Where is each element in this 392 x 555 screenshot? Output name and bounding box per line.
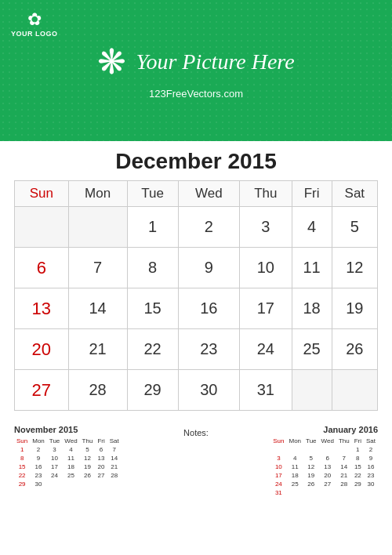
calendar-day: 30 bbox=[178, 370, 239, 411]
mini-day: 2 bbox=[364, 445, 378, 454]
mini-col-header: Sat bbox=[364, 437, 378, 445]
calendar-section: December 2015 Sun Mon Tue Wed Thu Fri Sa… bbox=[0, 141, 392, 417]
calendar-day: 3 bbox=[240, 207, 292, 248]
header-tagline: Your Picture Here bbox=[136, 49, 294, 74]
mini-day: 7 bbox=[336, 454, 352, 462]
logo-area: ✿ YOUR LOGO bbox=[11, 9, 58, 38]
calendar-day: 19 bbox=[332, 288, 377, 329]
mini-day bbox=[319, 488, 336, 497]
mini-day: 26 bbox=[303, 480, 319, 488]
calendar-day: 25 bbox=[292, 329, 332, 370]
calendar-day: 15 bbox=[127, 288, 178, 329]
mini-day: 5 bbox=[80, 445, 96, 454]
calendar-day bbox=[15, 207, 69, 248]
mini-day bbox=[287, 488, 304, 497]
calendar-day: 16 bbox=[178, 288, 239, 329]
mini-day: 30 bbox=[30, 480, 47, 488]
mini-day: 28 bbox=[336, 480, 352, 488]
mini-day: 9 bbox=[364, 454, 378, 462]
calendar-day: 8 bbox=[127, 248, 178, 288]
mini-day bbox=[62, 480, 79, 488]
header-flower-icon: ❋ bbox=[97, 42, 126, 82]
mini-day bbox=[336, 488, 352, 497]
col-sat: Sat bbox=[332, 181, 377, 207]
col-fri: Fri bbox=[292, 181, 332, 207]
mini-day: 17 bbox=[47, 462, 63, 471]
calendar-day: 10 bbox=[240, 248, 292, 288]
mini-col-header: Thu bbox=[80, 437, 96, 445]
mini-day: 4 bbox=[287, 454, 304, 462]
calendar-day: 21 bbox=[68, 329, 127, 370]
mini-day bbox=[303, 488, 319, 497]
header-flower-row: ❋ Your Picture Here bbox=[97, 42, 294, 82]
mini-day bbox=[80, 480, 96, 488]
mini-day bbox=[287, 445, 304, 454]
mini-col-header: Wed bbox=[319, 437, 336, 445]
mini-day: 20 bbox=[319, 471, 336, 480]
mini-day: 17 bbox=[270, 471, 286, 480]
calendar-day bbox=[68, 207, 127, 248]
mini-day: 14 bbox=[336, 462, 352, 471]
mini-day: 11 bbox=[62, 454, 79, 462]
mini-day bbox=[270, 445, 286, 454]
calendar-week-row: 6789101112 bbox=[15, 248, 378, 288]
calendar-day bbox=[332, 370, 377, 411]
mini-day: 8 bbox=[352, 454, 364, 462]
mini-day: 24 bbox=[270, 480, 286, 488]
mini-day: 26 bbox=[80, 471, 96, 480]
mini-col-header: Thu bbox=[336, 437, 352, 445]
calendar-day: 29 bbox=[127, 370, 178, 411]
mini-col-header: Sat bbox=[107, 437, 122, 445]
calendar-day: 24 bbox=[240, 329, 292, 370]
mini-day: 25 bbox=[287, 480, 304, 488]
calendar-day: 23 bbox=[178, 329, 239, 370]
header-subtitle: 123FreeVectors.com bbox=[149, 88, 243, 100]
calendar-day: 12 bbox=[332, 248, 377, 288]
mini-day: 15 bbox=[352, 462, 364, 471]
mini-cal-november: November 2015 SunMonTueWedThuFriSat12345… bbox=[14, 425, 136, 497]
mini-day: 2 bbox=[30, 445, 47, 454]
mini-day: 8 bbox=[14, 454, 30, 462]
calendar-day: 2 bbox=[178, 207, 239, 248]
mini-day: 7 bbox=[107, 445, 122, 454]
mini-day bbox=[47, 480, 63, 488]
mini-day: 20 bbox=[95, 462, 107, 471]
mini-day: 27 bbox=[95, 471, 107, 480]
calendar-day: 7 bbox=[68, 248, 127, 288]
col-wed: Wed bbox=[178, 181, 239, 207]
mini-day: 12 bbox=[80, 454, 96, 462]
mini-day: 6 bbox=[319, 454, 336, 462]
mini-day: 30 bbox=[364, 480, 378, 488]
mini-day: 29 bbox=[352, 480, 364, 488]
calendar-day: 11 bbox=[292, 248, 332, 288]
mini-col-header: Wed bbox=[62, 437, 79, 445]
calendar-day: 1 bbox=[127, 207, 178, 248]
mini-day: 16 bbox=[30, 462, 47, 471]
calendar-week-row: 2728293031 bbox=[15, 370, 378, 411]
mini-day: 22 bbox=[14, 471, 30, 480]
mini-col-header: Tue bbox=[303, 437, 319, 445]
calendar-week-row: 20212223242526 bbox=[15, 329, 378, 370]
mini-day bbox=[107, 480, 122, 488]
calendar-day: 26 bbox=[332, 329, 377, 370]
col-tue: Tue bbox=[127, 181, 178, 207]
notes-label: Notes: bbox=[183, 428, 209, 437]
mini-nov-title: November 2015 bbox=[14, 425, 136, 434]
mini-col-header: Tue bbox=[47, 437, 63, 445]
mini-calendars-row: November 2015 SunMonTueWedThuFriSat12345… bbox=[0, 420, 392, 500]
mini-day: 23 bbox=[364, 471, 378, 480]
mini-day: 27 bbox=[319, 480, 336, 488]
mini-day: 11 bbox=[287, 462, 304, 471]
calendar-day: 27 bbox=[15, 370, 69, 411]
mini-day: 18 bbox=[62, 462, 79, 471]
mini-jan-table: SunMonTueWedThuFriSat1234567891011121314… bbox=[270, 437, 378, 497]
mini-col-header: Fri bbox=[352, 437, 364, 445]
mini-day: 10 bbox=[270, 462, 286, 471]
mini-day bbox=[364, 488, 378, 497]
mini-day: 29 bbox=[14, 480, 30, 488]
notes-area: Notes: bbox=[136, 425, 257, 497]
mini-day: 21 bbox=[107, 462, 122, 471]
mini-day: 16 bbox=[364, 462, 378, 471]
mini-day: 1 bbox=[352, 445, 364, 454]
mini-col-header: Mon bbox=[287, 437, 304, 445]
